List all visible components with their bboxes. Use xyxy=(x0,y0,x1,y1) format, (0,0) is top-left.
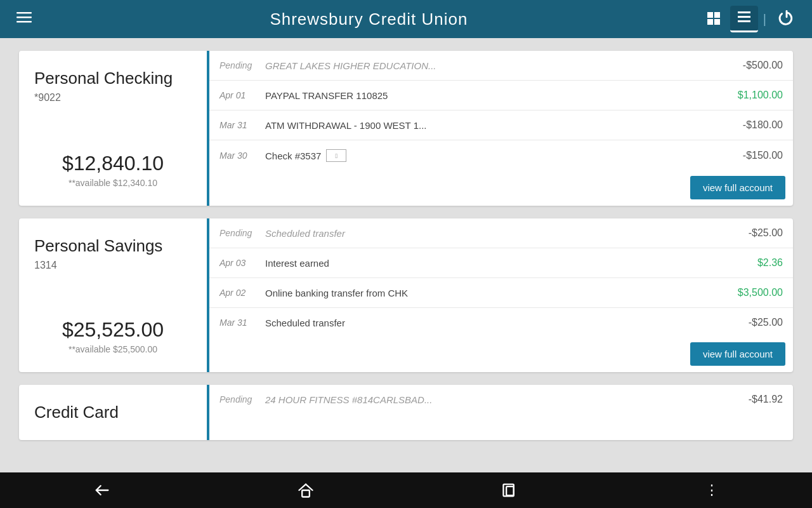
table-row: Apr 02 Online banking transfer from CHK … xyxy=(209,278,793,308)
table-row: Mar 31 ATM WITHDRAWAL - 1900 WEST 1... -… xyxy=(209,110,793,140)
tx-amount: -$500.00 xyxy=(726,60,783,71)
tx-amount: -$41.92 xyxy=(726,394,783,405)
back-icon xyxy=(93,481,111,499)
more-button[interactable]: ⋮ xyxy=(692,477,731,504)
power-icon xyxy=(778,10,796,27)
tx-desc: Scheduled transfer xyxy=(265,228,718,239)
svg-rect-3 xyxy=(707,12,713,18)
table-row: Pending 24 HOUR FITNESS #814CARLSBAD... … xyxy=(209,385,793,414)
savings-account-info: Personal Savings 1314 $25,525.00 **avail… xyxy=(19,218,209,372)
checking-account-number: *9022 xyxy=(34,92,192,104)
app-title: Shrewsbury Credit Union xyxy=(38,10,700,29)
tx-amount: -$150.00 xyxy=(726,150,783,161)
svg-rect-7 xyxy=(738,11,750,13)
tx-date: Apr 02 xyxy=(219,288,258,298)
checking-account-info: Personal Checking *9022 $12,840.10 **ava… xyxy=(19,51,209,206)
tx-date: Pending xyxy=(219,60,258,70)
tx-date: Mar 30 xyxy=(219,150,258,161)
tx-amount: $1,100.00 xyxy=(726,90,783,101)
svg-rect-8 xyxy=(738,16,750,18)
tx-desc: Online banking transfer from CHK xyxy=(265,288,718,298)
tx-date: Pending xyxy=(219,228,258,238)
table-row: Mar 30 Check #3537  -$150.00 xyxy=(209,140,793,171)
savings-account-card: Personal Savings 1314 $25,525.00 **avail… xyxy=(19,218,793,372)
savings-transactions: Pending Scheduled transfer -$25.00 Apr 0… xyxy=(209,218,793,372)
savings-available: **available $25,500.00 xyxy=(34,344,192,354)
recents-button[interactable] xyxy=(488,476,532,504)
checking-transactions: Pending GREAT LAKES HIGHER EDUCATION... … xyxy=(209,51,793,206)
header-left xyxy=(10,6,38,32)
table-row: Pending GREAT LAKES HIGHER EDUCATION... … xyxy=(209,51,793,81)
tx-amount: $2.36 xyxy=(726,257,783,269)
home-button[interactable] xyxy=(284,476,327,504)
tx-amount: -$25.00 xyxy=(726,227,783,239)
svg-rect-2 xyxy=(16,21,32,23)
svg-rect-10 xyxy=(302,490,310,497)
bottom-navigation: ⋮ xyxy=(0,472,812,508)
savings-account-number: 1314 xyxy=(34,260,192,271)
header-divider: | xyxy=(761,12,769,27)
tx-date: Apr 01 xyxy=(219,90,258,100)
table-row: Mar 31 Scheduled transfer -$25.00 xyxy=(209,308,793,337)
recents-icon xyxy=(501,481,519,499)
table-row: Apr 01 PAYPAL TRANSFER 110825 $1,100.00 xyxy=(209,81,793,110)
svg-rect-0 xyxy=(16,12,32,14)
main-content: Personal Checking *9022 $12,840.10 **ava… xyxy=(0,38,812,472)
home-icon xyxy=(297,481,315,499)
table-row: Apr 03 Interest earned $2.36 xyxy=(209,248,793,278)
list-icon xyxy=(737,10,752,25)
tx-date: Apr 03 xyxy=(219,258,258,268)
credit-account-card: Credit Card Pending 24 HOUR FITNESS #814… xyxy=(19,385,793,440)
menu-button[interactable] xyxy=(10,6,38,32)
header-right: | xyxy=(700,6,802,33)
checking-view-full-button[interactable]: view full account xyxy=(690,176,785,199)
hamburger-icon xyxy=(16,10,32,25)
tx-date: Pending xyxy=(219,394,258,404)
tx-amount: -$25.00 xyxy=(726,317,783,328)
checking-account-name: Personal Checking xyxy=(34,69,192,88)
tx-desc: 24 HOUR FITNESS #814CARLSBAD... xyxy=(265,394,718,405)
svg-rect-9 xyxy=(738,20,750,22)
svg-rect-12 xyxy=(506,486,514,495)
app-header: Shrewsbury Credit Union | xyxy=(0,0,812,38)
tx-desc: Check #3537  xyxy=(265,149,718,162)
svg-rect-6 xyxy=(714,19,720,25)
checking-balance: $12,840.10 xyxy=(34,139,192,175)
svg-rect-1 xyxy=(16,17,32,18)
tx-amount: -$180.00 xyxy=(726,119,783,131)
credit-account-name: Credit Card xyxy=(34,403,192,422)
table-row: Pending Scheduled transfer -$25.00 xyxy=(209,218,793,248)
list-view-button[interactable] xyxy=(730,6,758,32)
check-icon:  xyxy=(326,149,346,162)
svg-rect-5 xyxy=(707,19,713,25)
back-button[interactable] xyxy=(81,476,124,504)
power-button[interactable] xyxy=(771,6,802,33)
grid-view-button[interactable] xyxy=(700,7,728,32)
more-dots-icon: ⋮ xyxy=(705,482,719,498)
savings-account-name: Personal Savings xyxy=(34,236,192,256)
savings-view-full-button[interactable]: view full account xyxy=(690,342,785,366)
credit-transactions: Pending 24 HOUR FITNESS #814CARLSBAD... … xyxy=(209,385,793,440)
checking-available: **available $12,340.10 xyxy=(34,178,192,188)
svg-rect-4 xyxy=(714,12,720,18)
savings-balance: $25,525.00 xyxy=(34,305,192,342)
tx-desc: GREAT LAKES HIGHER EDUCATION... xyxy=(265,60,718,71)
tx-amount: $3,500.00 xyxy=(726,287,783,298)
tx-desc: Interest earned xyxy=(265,258,718,269)
tx-date: Mar 31 xyxy=(219,318,258,328)
grid-icon xyxy=(706,11,721,26)
tx-desc: Scheduled transfer xyxy=(265,318,718,328)
tx-desc: PAYPAL TRANSFER 110825 xyxy=(265,90,718,101)
tx-desc: ATM WITHDRAWAL - 1900 WEST 1... xyxy=(265,120,718,131)
checking-account-card: Personal Checking *9022 $12,840.10 **ava… xyxy=(19,51,793,206)
credit-account-info: Credit Card xyxy=(19,385,209,440)
tx-date: Mar 31 xyxy=(219,120,258,130)
